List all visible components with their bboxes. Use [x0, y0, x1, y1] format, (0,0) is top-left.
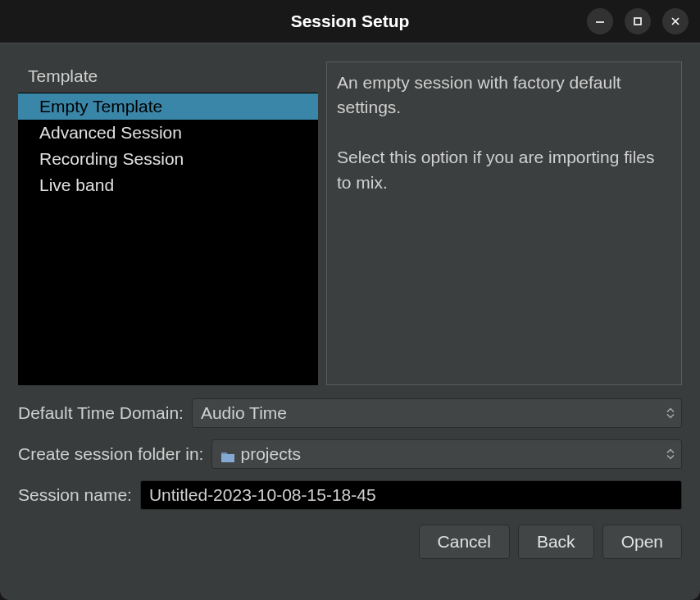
- minimize-icon: [594, 16, 606, 27]
- maximize-icon: [632, 16, 643, 27]
- folder-value: projects: [220, 444, 301, 464]
- template-item-empty[interactable]: Empty Template: [18, 93, 318, 120]
- time-domain-value: Audio Time: [201, 403, 287, 423]
- chevron-up-down-icon: [666, 448, 675, 460]
- template-description-row: Template Empty Template Advanced Session…: [18, 61, 682, 385]
- template-description: An empty session with factory default se…: [326, 61, 682, 385]
- folder-row: Create session folder in: projects: [18, 439, 682, 469]
- template-list[interactable]: Empty Template Advanced Session Recordin…: [18, 93, 318, 385]
- chevron-up-down-icon: [666, 407, 675, 419]
- template-panel: Template Empty Template Advanced Session…: [18, 61, 318, 385]
- template-item-recording[interactable]: Recording Session: [18, 146, 318, 172]
- folder-value-text: projects: [240, 444, 301, 464]
- window-controls: [587, 8, 689, 34]
- folder-icon: [220, 448, 235, 461]
- back-button[interactable]: Back: [518, 525, 594, 559]
- time-domain-row: Default Time Domain: Audio Time: [18, 398, 682, 428]
- folder-select[interactable]: projects: [211, 439, 682, 469]
- session-name-row: Session name:: [18, 480, 682, 510]
- dialog-buttons: Cancel Back Open: [18, 525, 682, 559]
- time-domain-select[interactable]: Audio Time: [192, 398, 682, 428]
- dialog-content: Template Empty Template Advanced Session…: [0, 43, 700, 600]
- template-item-advanced[interactable]: Advanced Session: [18, 120, 318, 146]
- minimize-button[interactable]: [587, 8, 613, 34]
- time-domain-label: Default Time Domain:: [18, 403, 184, 423]
- template-item-live[interactable]: Live band: [18, 172, 318, 198]
- svg-rect-1: [634, 18, 641, 25]
- maximize-button[interactable]: [625, 8, 651, 34]
- folder-label: Create session folder in:: [18, 444, 203, 464]
- close-icon: [670, 16, 681, 27]
- cancel-button[interactable]: Cancel: [419, 525, 510, 559]
- template-header: Template: [18, 61, 318, 93]
- close-button[interactable]: [662, 8, 689, 34]
- open-button[interactable]: Open: [602, 525, 682, 559]
- window-title: Session Setup: [291, 11, 410, 31]
- session-name-label: Session name:: [18, 485, 132, 505]
- titlebar: Session Setup: [0, 0, 700, 43]
- session-name-input[interactable]: [140, 480, 682, 510]
